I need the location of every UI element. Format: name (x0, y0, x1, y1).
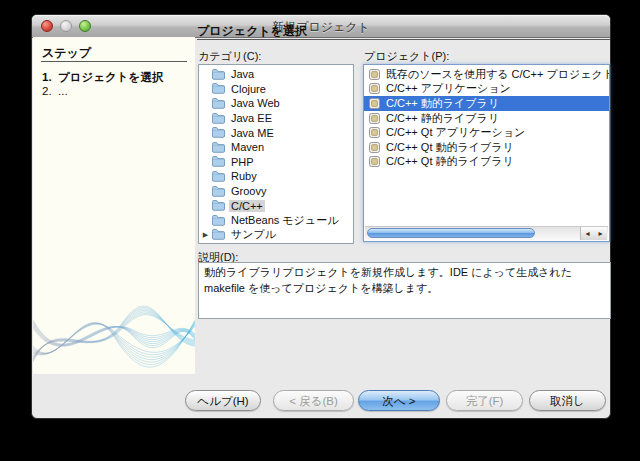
next-button[interactable]: 次へ > (358, 390, 440, 411)
folder-icon (212, 200, 225, 211)
folder-icon (212, 186, 225, 197)
category-item[interactable]: Java (199, 67, 353, 82)
folder-icon (212, 113, 225, 124)
category-item[interactable]: NetBeans モジュール (199, 213, 353, 228)
project-item[interactable]: C/C++ アプリケーション (364, 82, 609, 97)
scroll-left-icon[interactable]: ◂ (581, 227, 594, 240)
cancel-button[interactable]: 取消し (529, 390, 606, 411)
project-label: C/C++ Qt 静的ライブラリ (384, 155, 516, 170)
section-divider (197, 39, 610, 40)
finish-button: 完了(F) (446, 390, 523, 411)
category-label: C/C++ (229, 200, 265, 212)
project-item[interactable]: C/C++ Qt 動的ライブラリ (364, 140, 609, 155)
steps-panel: ステップ 1.プロジェクトを選択 2.... (33, 37, 195, 374)
project-icon (369, 69, 380, 80)
categories-label: カテゴリ(C): (198, 49, 261, 64)
category-label: Java Web (229, 97, 282, 109)
category-item[interactable]: Java Web (199, 96, 353, 111)
project-icon (369, 98, 380, 109)
projects-list[interactable]: 既存のソースを使用する C/C++ プロジェクトC/C++ アプリケーションC/… (363, 64, 610, 242)
folder-icon (212, 171, 225, 182)
step-item-1: 1.プロジェクトを選択 (42, 70, 163, 85)
folder-icon (212, 156, 225, 167)
project-label: 既存のソースを使用する C/C++ プロジェクト (384, 67, 609, 82)
project-icon (369, 127, 380, 138)
description-box: 動的ライブラリプロジェクトを新規作成します。IDE によって生成された make… (198, 262, 611, 319)
folder-icon (212, 215, 225, 226)
category-item[interactable]: C/C++ (199, 198, 353, 213)
project-icon (369, 83, 380, 94)
step-item-2: 2.... (42, 85, 68, 97)
category-label: Groovy (229, 185, 268, 197)
project-item[interactable]: C/C++ 静的ライブラリ (364, 111, 609, 126)
category-item[interactable]: Ruby (199, 169, 353, 184)
project-label: C/C++ Qt アプリケーション (384, 125, 527, 140)
folder-icon (212, 127, 225, 138)
project-label: C/C++ Qt 動的ライブラリ (384, 140, 516, 155)
category-item[interactable]: ▶サンプル (199, 228, 353, 243)
category-item[interactable]: Clojure (199, 82, 353, 97)
category-label: Ruby (229, 170, 259, 182)
folder-icon (212, 142, 225, 153)
category-item[interactable]: Maven (199, 140, 353, 155)
horizontal-scrollbar[interactable]: ◂ ▸ (365, 226, 608, 240)
disclosure-triangle-icon[interactable]: ▶ (199, 231, 212, 239)
steps-divider (41, 61, 187, 62)
category-item[interactable]: Groovy (199, 184, 353, 199)
category-label: Java (229, 68, 256, 80)
categories-list[interactable]: JavaClojureJava WebJava EEJava MEMavenPH… (198, 64, 354, 244)
project-label: C/C++ 静的ライブラリ (384, 111, 501, 126)
project-icon (369, 113, 380, 124)
category-label: PHP (229, 156, 256, 168)
back-button: < 戻る(B) (273, 390, 354, 411)
steps-header: ステップ (42, 45, 91, 62)
page-title: プロジェクトを選択 (197, 23, 307, 40)
scroll-right-icon[interactable]: ▸ (594, 227, 607, 240)
folder-icon (212, 229, 225, 240)
folder-icon (212, 98, 225, 109)
folder-icon (212, 69, 225, 80)
project-icon (369, 156, 380, 167)
category-item[interactable]: PHP (199, 155, 353, 170)
help-button[interactable]: ヘルプ(H) (185, 390, 261, 411)
category-item[interactable]: Java ME (199, 125, 353, 140)
title-bar[interactable]: 新規プロジェクト (32, 15, 610, 38)
category-label: Java EE (229, 112, 274, 124)
project-item[interactable]: 既存のソースを使用する C/C++ プロジェクト (364, 67, 609, 82)
projects-label: プロジェクト(P): (364, 49, 449, 64)
project-item[interactable]: C/C++ Qt アプリケーション (364, 125, 609, 140)
folder-icon (212, 83, 225, 94)
category-label: NetBeans モジュール (229, 213, 340, 228)
project-label: C/C++ アプリケーション (384, 82, 513, 97)
category-label: Clojure (229, 83, 268, 95)
project-item[interactable]: C/C++ Qt 静的ライブラリ (364, 155, 609, 170)
project-icon (369, 142, 380, 153)
category-item[interactable]: Java EE (199, 111, 353, 126)
category-label: Java ME (229, 127, 276, 139)
window-title: 新規プロジェクト (32, 19, 610, 36)
category-label: サンプル (229, 228, 278, 243)
decorative-wave-graphic (33, 282, 195, 374)
project-item[interactable]: C/C++ 動的ライブラリ (364, 96, 609, 111)
new-project-dialog: 新規プロジェクト ステップ 1.プロジェクトを選択 2.... プロジェクトを選… (31, 14, 611, 419)
category-label: Maven (229, 141, 266, 153)
scrollbar-thumb[interactable] (367, 228, 535, 238)
project-label: C/C++ 動的ライブラリ (384, 96, 501, 111)
